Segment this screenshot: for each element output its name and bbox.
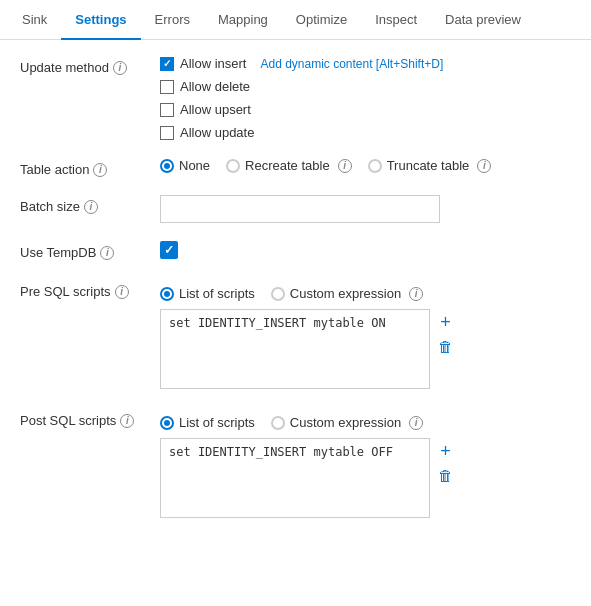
table-action-control: None Recreate table i Truncate table i — [160, 158, 571, 173]
post-custom-radio-row: Custom expression i — [271, 415, 423, 430]
pre-custom-radio[interactable] — [271, 287, 285, 301]
add-dynamic-content-link[interactable]: Add dynamic content [Alt+Shift+D] — [260, 57, 443, 71]
batch-size-row: Batch size i — [20, 195, 571, 223]
truncate-table-info-icon[interactable]: i — [477, 159, 491, 173]
allow-upsert-row: Allow upsert — [160, 102, 571, 117]
tab-optimize[interactable]: Optimize — [282, 0, 361, 39]
tab-data-preview[interactable]: Data preview — [431, 0, 535, 39]
recreate-table-info-icon[interactable]: i — [338, 159, 352, 173]
allow-upsert-checkbox[interactable] — [160, 103, 174, 117]
none-radio-label: None — [179, 158, 210, 173]
post-sql-plus-icon: + — [440, 442, 451, 460]
allow-insert-label: Allow insert — [180, 56, 246, 71]
post-custom-info-icon[interactable]: i — [409, 416, 423, 430]
tab-bar: Sink Settings Errors Mapping Optimize In… — [0, 0, 591, 40]
pre-sql-delete-button[interactable]: 🗑 — [438, 339, 453, 354]
tab-sink[interactable]: Sink — [8, 0, 61, 39]
settings-content: Update method i Allow insert Add dynamic… — [0, 40, 591, 552]
tab-settings[interactable]: Settings — [61, 0, 140, 39]
use-tempdb-checkbox[interactable] — [160, 241, 178, 259]
batch-size-info-icon[interactable]: i — [84, 200, 98, 214]
pre-sql-info-icon[interactable]: i — [115, 285, 129, 299]
pre-list-radio-row: List of scripts — [160, 286, 255, 301]
batch-size-label: Batch size i — [20, 195, 160, 214]
recreate-table-radio[interactable] — [226, 159, 240, 173]
post-sql-textarea-row: + 🗑 — [160, 438, 571, 518]
post-list-radio-label: List of scripts — [179, 415, 255, 430]
use-tempdb-info-icon[interactable]: i — [100, 246, 114, 260]
update-method-control: Allow insert Add dynamic content [Alt+Sh… — [160, 56, 571, 140]
post-custom-radio[interactable] — [271, 416, 285, 430]
allow-upsert-label: Allow upsert — [180, 102, 251, 117]
post-custom-radio-label: Custom expression — [290, 415, 401, 430]
post-sql-actions: + 🗑 — [438, 438, 453, 483]
post-sql-delete-button[interactable]: 🗑 — [438, 468, 453, 483]
post-list-radio-row: List of scripts — [160, 415, 255, 430]
table-action-label: Table action i — [20, 158, 160, 177]
pre-sql-control: List of scripts Custom expression i + 🗑 — [160, 286, 571, 389]
recreate-table-radio-row: Recreate table i — [226, 158, 352, 173]
post-sql-radio-group: List of scripts Custom expression i — [160, 415, 571, 430]
pre-sql-add-button[interactable]: + — [438, 313, 453, 331]
update-method-label: Update method i — [20, 56, 160, 75]
post-sql-control: List of scripts Custom expression i + 🗑 — [160, 415, 571, 518]
post-sql-scripts-row: Post SQL scripts i List of scripts Custo… — [20, 407, 571, 518]
pre-sql-plus-icon: + — [440, 313, 451, 331]
tab-mapping[interactable]: Mapping — [204, 0, 282, 39]
recreate-table-radio-label: Recreate table — [245, 158, 330, 173]
use-tempdb-row: Use TempDB i — [20, 241, 571, 260]
allow-insert-row: Allow insert Add dynamic content [Alt+Sh… — [160, 56, 571, 71]
pre-sql-scripts-row: Pre SQL scripts i List of scripts Custom… — [20, 278, 571, 389]
pre-sql-radio-group: List of scripts Custom expression i — [160, 286, 571, 301]
pre-custom-radio-label: Custom expression — [290, 286, 401, 301]
table-action-radio-group: None Recreate table i Truncate table i — [160, 158, 571, 173]
allow-delete-row: Allow delete — [160, 79, 571, 94]
pre-sql-trash-icon: 🗑 — [438, 339, 453, 354]
batch-size-control — [160, 195, 571, 223]
allow-insert-checkbox[interactable] — [160, 57, 174, 71]
post-sql-trash-icon: 🗑 — [438, 468, 453, 483]
truncate-table-radio[interactable] — [368, 159, 382, 173]
pre-list-radio[interactable] — [160, 287, 174, 301]
pre-sql-scripts-label: Pre SQL scripts i — [20, 278, 160, 299]
tab-inspect[interactable]: Inspect — [361, 0, 431, 39]
pre-list-radio-label: List of scripts — [179, 286, 255, 301]
table-action-info-icon[interactable]: i — [93, 163, 107, 177]
pre-sql-textarea-row: + 🗑 — [160, 309, 571, 389]
update-method-info-icon[interactable]: i — [113, 61, 127, 75]
post-sql-textarea[interactable] — [160, 438, 430, 518]
truncate-table-radio-label: Truncate table — [387, 158, 470, 173]
pre-sql-textarea[interactable] — [160, 309, 430, 389]
post-sql-info-icon[interactable]: i — [120, 414, 134, 428]
tab-errors[interactable]: Errors — [141, 0, 204, 39]
allow-update-label: Allow update — [180, 125, 254, 140]
allow-delete-label: Allow delete — [180, 79, 250, 94]
pre-sql-actions: + 🗑 — [438, 309, 453, 354]
truncate-table-radio-row: Truncate table i — [368, 158, 492, 173]
pre-custom-info-icon[interactable]: i — [409, 287, 423, 301]
none-radio[interactable] — [160, 159, 174, 173]
post-sql-add-button[interactable]: + — [438, 442, 453, 460]
table-action-row: Table action i None Recreate table i Tru… — [20, 158, 571, 177]
use-tempdb-label: Use TempDB i — [20, 241, 160, 260]
use-tempdb-control — [160, 241, 571, 259]
post-list-radio[interactable] — [160, 416, 174, 430]
post-sql-scripts-label: Post SQL scripts i — [20, 407, 160, 428]
allow-delete-checkbox[interactable] — [160, 80, 174, 94]
pre-custom-radio-row: Custom expression i — [271, 286, 423, 301]
batch-size-input[interactable] — [160, 195, 440, 223]
none-radio-row: None — [160, 158, 210, 173]
update-method-row: Update method i Allow insert Add dynamic… — [20, 56, 571, 140]
allow-update-row: Allow update — [160, 125, 571, 140]
allow-update-checkbox[interactable] — [160, 126, 174, 140]
